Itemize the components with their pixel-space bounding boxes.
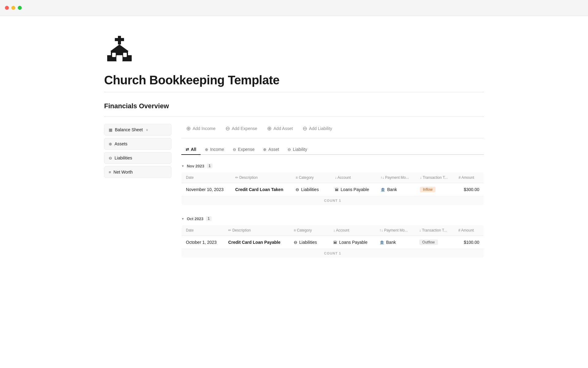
nov-2023-label: Nov 2023 (187, 164, 204, 168)
svg-rect-7 (107, 55, 111, 61)
account-icon-oct: 🏛 (333, 240, 337, 245)
tab-liability[interactable]: ⊖ Liability (283, 144, 311, 155)
page-title: Church Bookkeeping Template (104, 73, 484, 87)
row-amount-oct: $100.00 (454, 236, 484, 249)
oct-2023-label: Oct 2023 (187, 217, 203, 221)
nov-2023-header[interactable]: ▼ Nov 2023 1 (181, 162, 484, 170)
add-asset-icon: ⊕ (267, 126, 272, 131)
oct-2023-count: 1 (206, 216, 212, 221)
account-label: Loans Payable (341, 187, 369, 192)
payment-icon: 🏦 (380, 187, 385, 192)
sidebar: ▦ Balance Sheet ∨ ⊕ Assets ⊖ Liabilities… (104, 124, 172, 268)
count-cell-oct: COUNT 1 (182, 249, 484, 258)
tab-all[interactable]: ⇄ All (181, 144, 201, 155)
tab-all-label: All (191, 147, 196, 152)
amount-col-label: Amount (462, 175, 474, 180)
nov-2023-table: Date ✏ Description ≡ Category (181, 172, 484, 205)
col-payment: ↑↓ Payment Mo... (376, 172, 416, 183)
sidebar-item-net-worth[interactable]: ≡ Net Worth (104, 166, 172, 178)
close-button[interactable] (5, 6, 9, 10)
tab-expense-label: Expense (238, 147, 254, 152)
amount-col-label-oct: Amount (461, 228, 474, 232)
tab-asset[interactable]: ⊕ Asset (259, 144, 283, 155)
category-icon: ⊖ (296, 187, 299, 192)
count-value-oct: 1 (339, 251, 341, 255)
tab-expense[interactable]: ⊖ Expense (228, 144, 259, 155)
acc-col-icon: ↓ (335, 175, 337, 180)
count-cell: COUNT 1 (182, 196, 484, 205)
title-divider (104, 92, 484, 92)
add-income-button[interactable]: ⊕ Add Income (181, 124, 221, 133)
row-date: November 10, 2023 (182, 183, 231, 196)
transaction-badge: Inflow (420, 187, 435, 192)
count-row-oct: COUNT 1 (182, 249, 484, 258)
svg-rect-4 (116, 55, 123, 61)
maximize-button[interactable] (18, 6, 22, 10)
financials-layout: ▦ Balance Sheet ∨ ⊕ Assets ⊖ Liabilities… (104, 124, 484, 268)
triangle-icon-oct: ▼ (181, 217, 184, 220)
row-account-oct: 🏛 Loans Payable (329, 236, 375, 249)
count-value: 1 (339, 199, 341, 202)
nov-2023-count: 1 (207, 163, 213, 168)
church-icon (104, 34, 484, 66)
oct-2023-header[interactable]: ▼ Oct 2023 1 (181, 215, 484, 222)
payment-col-label-oct: Payment Mo... (384, 228, 408, 232)
date-col-label: Date (186, 175, 194, 180)
sidebar-item-balance-sheet[interactable]: ▦ Balance Sheet ∨ (104, 124, 172, 136)
expense-tab-icon: ⊖ (233, 147, 236, 152)
row-transaction: Inflow (416, 183, 454, 196)
add-expense-label: Add Expense (232, 126, 257, 131)
row-description-oct: Credit Card Loan Payable (224, 236, 289, 249)
minimize-button[interactable] (11, 6, 15, 10)
row-category-oct: ⊖ Liabilities (289, 236, 329, 249)
col-payment-oct: ↑↓ Payment Mo... (375, 225, 415, 236)
nov-2023-section: ▼ Nov 2023 1 Date ✏ Description (181, 162, 484, 205)
row-amount: $300.00 (454, 183, 484, 196)
net-worth-icon: ≡ (109, 170, 111, 174)
add-expense-icon: ⊖ (225, 126, 230, 131)
sidebar-item-assets[interactable]: ⊕ Assets (104, 138, 172, 150)
add-buttons-row: ⊕ Add Income ⊖ Add Expense ⊕ Add Asset ⊖… (181, 124, 484, 138)
add-asset-button[interactable]: ⊕ Add Asset (262, 124, 298, 133)
col-description: ✏ Description (231, 172, 291, 183)
table-row[interactable]: November 10, 2023 Credit Card Loan Taken… (182, 183, 484, 196)
account-icon: 🏛 (335, 187, 339, 192)
col-date-oct: Date (182, 225, 224, 236)
sidebar-item-liabilities[interactable]: ⊖ Liabilities (104, 152, 172, 164)
svg-rect-5 (112, 53, 116, 57)
col-category: ≡ Category (291, 172, 330, 183)
tab-income[interactable]: ⊕ Income (201, 144, 228, 155)
trans-col-icon-oct: ↓ (419, 228, 421, 232)
col-transaction-oct: ↓ Transaction T... (415, 225, 454, 236)
filter-tabs: ⇄ All ⊕ Income ⊖ Expense ⊕ Asset ⊖ Lia (181, 144, 484, 155)
row-description: Credit Card Loan Taken (231, 183, 291, 196)
svg-rect-6 (123, 53, 127, 57)
sidebar-label-assets: Assets (115, 141, 127, 146)
svg-marker-2 (110, 44, 129, 51)
payment-icon-oct: 🏦 (379, 240, 384, 245)
trans-col-icon: ↓ (420, 175, 422, 180)
add-liability-button[interactable]: ⊖ Add Liability (298, 124, 337, 133)
table-header-row-oct: Date ✏ Description ≡ Category (182, 225, 484, 236)
cat-col-icon-oct: ≡ (294, 228, 296, 232)
add-liability-icon: ⊖ (303, 126, 307, 131)
add-income-icon: ⊕ (186, 126, 191, 131)
desc-col-label: Description (239, 175, 258, 180)
table-row-oct[interactable]: October 1, 2023 Credit Card Loan Payable… (182, 236, 484, 249)
acc-col-label: Account (337, 175, 351, 180)
assets-icon: ⊕ (109, 142, 112, 146)
triangle-icon: ▼ (181, 164, 184, 168)
col-amount-oct: # Amount (454, 225, 484, 236)
tab-asset-label: Asset (268, 147, 279, 152)
payment-col-icon-oct: ↑↓ (379, 228, 383, 232)
row-category: ⊖ Liabilities (291, 183, 330, 196)
payment-col-icon: ↑↓ (380, 175, 384, 180)
col-description-oct: ✏ Description (224, 225, 289, 236)
all-tab-icon: ⇄ (186, 147, 189, 152)
category-label: Liabilities (301, 187, 319, 192)
desc-col-icon-oct: ✏ (228, 228, 231, 232)
col-account: ↓ Account (330, 172, 376, 183)
add-expense-button[interactable]: ⊖ Add Expense (221, 124, 262, 133)
trans-col-label-oct: Transaction T... (422, 228, 447, 232)
acc-col-icon-oct: ↓ (333, 228, 335, 232)
